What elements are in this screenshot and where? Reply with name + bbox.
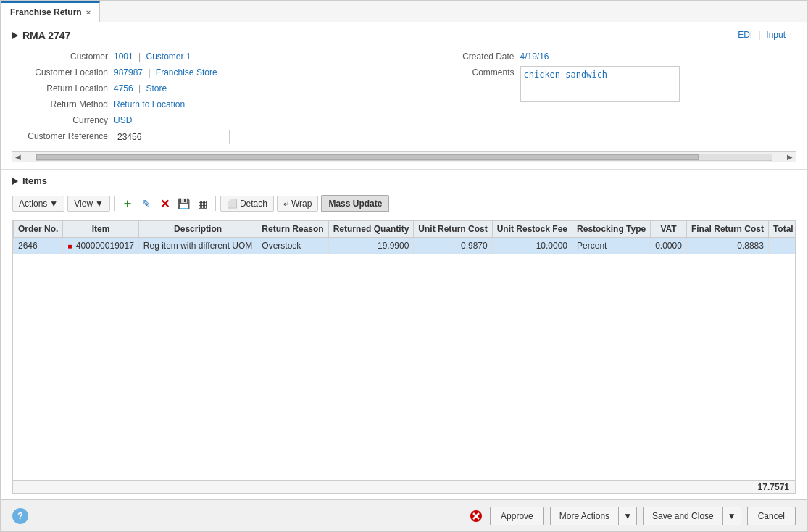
scroll-right-arrow[interactable]: ▶ [784,153,796,161]
save-and-close-label[interactable]: Save and Close [644,507,723,525]
col-return-reason: Return Reason [257,221,328,238]
scroll-left-arrow[interactable]: ◀ [12,153,24,161]
cell-order-no: 2646 [14,238,63,254]
detach-icon: ⬜ [227,199,238,209]
more-actions-label[interactable]: More Actions [551,507,619,525]
main-content: RMA 2747 EDI | Input Customer 1001 | Cus… [1,22,807,499]
form-left: Customer 1001 | Customer 1 Customer Loca… [12,50,390,149]
add-icon[interactable]: + [120,196,136,212]
comments-input[interactable]: chicken sandwich [520,66,680,102]
rma-collapse-icon[interactable] [12,32,18,39]
rma-actions: EDI | Input [738,30,786,40]
col-vat: VAT [651,221,687,238]
view-label: View [74,199,93,209]
form-right: Created Date 4/19/16 Comments chicken sa… [419,50,796,149]
tab-close-icon[interactable]: × [86,8,91,17]
mass-update-button[interactable]: Mass Update [321,195,389,212]
footer-total-value: 17.7571 [758,482,789,492]
return-method-value: Return to Location [114,98,185,109]
rma-title: RMA 2747 [22,30,70,41]
return-location-label: Return Location [12,82,114,93]
col-order-no: Order No. [14,221,63,238]
cell-restocking-type: Percent [572,238,651,254]
edi-link[interactable]: EDI [738,30,752,40]
comments-row: Comments chicken sandwich [419,66,796,102]
comments-label: Comments [419,66,520,78]
form-section: RMA 2747 EDI | Input Customer 1001 | Cus… [1,22,807,170]
col-total-return-cost: Total Return Cost [768,221,796,238]
return-location-id[interactable]: 4756 [114,83,133,93]
more-actions-button: More Actions ▼ [550,507,637,525]
table-header-row: Order No. Item Description Return Reason… [14,221,796,238]
form-body: Customer 1001 | Customer 1 Customer Loca… [12,50,796,149]
wrap-label: Wrap [291,199,312,209]
franchise-return-tab[interactable]: Franchise Return × [1,1,100,22]
save-and-close-chevron-icon[interactable]: ▼ [723,507,741,525]
table-row[interactable]: 2646 ■ 400000019017 Reg item with differ… [14,238,796,254]
cell-unit-restock-fee: 10.0000 [492,238,572,254]
customer-row: Customer 1001 | Customer 1 [12,50,390,62]
view-button[interactable]: View ▼ [67,196,110,212]
cell-item: ■ 400000019017 [63,238,138,254]
customer-location-name[interactable]: Franchise Store [156,67,217,78]
item-flag-icon: ■ [67,242,72,250]
customer-location-label: Customer Location [12,66,114,78]
customer-reference-row: Customer Reference [12,130,390,144]
tab-bar: Franchise Return × [1,1,807,22]
save-and-close-button: Save and Close ▼ [643,507,741,525]
more-actions-chevron-icon[interactable]: ▼ [619,507,636,525]
edit-icon[interactable]: ✎ [138,196,154,212]
items-title: Items [22,175,47,186]
approve-label: Approve [501,511,533,521]
scrollbar-track[interactable] [36,154,772,161]
wrap-button[interactable]: ↵ Wrap [277,196,318,212]
actions-chevron-icon: ▼ [49,199,58,209]
customer-location-row: Customer Location 987987 | Franchise Sto… [12,66,390,78]
col-unit-return-cost: Unit Return Cost [414,221,492,238]
return-location-name[interactable]: Store [146,83,167,93]
delete-icon[interactable]: ✕ [157,196,173,212]
approve-button[interactable]: Approve [490,507,544,525]
col-item: Item [63,221,138,238]
help-button[interactable]: ? [12,508,28,524]
items-collapse-icon[interactable] [12,178,18,185]
items-section: Items Actions ▼ View ▼ + ✎ ✕ [1,170,807,499]
save-icon[interactable]: 💾 [176,196,192,212]
input-link[interactable]: Input [766,30,786,40]
customer-id[interactable]: 1001 [114,51,133,62]
col-returned-quantity: Returned Quantity [328,221,414,238]
currency-label: Currency [12,114,114,125]
cancel-x-icon [470,510,483,523]
col-description: Description [138,221,257,238]
detach-button[interactable]: ⬜ Detach [220,196,274,212]
return-location-value: 4756 | Store [114,82,167,93]
tab-label: Franchise Return [10,7,82,17]
cell-vat: 0.0000 [651,238,687,254]
cancel-button[interactable]: Cancel [747,507,796,525]
return-method-row: Return Method Return to Location [12,98,390,109]
customer-reference-input[interactable] [114,130,230,144]
currency-row: Currency USD [12,114,390,125]
mass-update-label: Mass Update [328,199,382,209]
items-table-wrapper: Order No. Item Description Return Reason… [12,220,796,481]
toolbar-separator-1 [114,196,115,211]
cell-total-return-cost: 17.7571 [768,238,796,254]
form-scrollbar: ◀ ▶ [12,151,796,162]
customer-value: 1001 | Customer 1 [114,50,191,62]
customer-name[interactable]: Customer 1 [146,51,191,62]
col-unit-restock-fee: Unit Restock Fee [492,221,572,238]
action-bar: ? Approve More Actions ▼ Save and Close … [1,499,807,531]
table-footer: 17.7571 [12,481,796,494]
customer-location-id[interactable]: 987987 [114,67,143,78]
col-final-return-cost: Final Return Cost [686,221,768,238]
return-method-label: Return Method [12,98,114,109]
cancel-x-button[interactable] [468,508,484,524]
actions-label: Actions [19,199,47,209]
actions-button[interactable]: Actions ▼ [12,196,64,212]
scrollbar-thumb[interactable] [36,154,699,160]
items-header: Items [12,175,796,186]
items-table: Order No. Item Description Return Reason… [13,220,796,254]
copy-icon[interactable]: ▦ [195,196,211,212]
toolbar-separator-2 [215,196,216,211]
item-value: 400000019017 [76,241,134,251]
